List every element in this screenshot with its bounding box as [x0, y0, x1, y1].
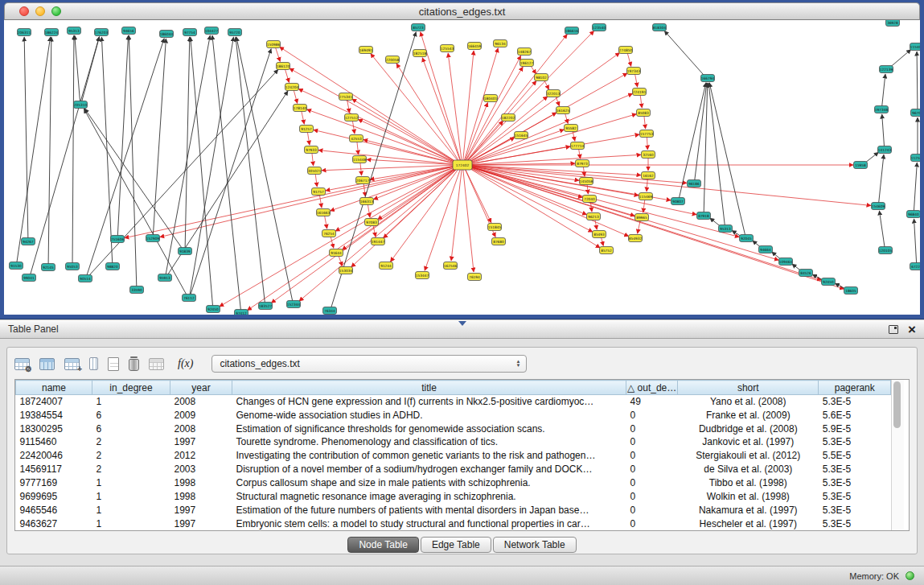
- table-cell[interactable]: 1997: [170, 435, 232, 449]
- float-panel-button[interactable]: [889, 325, 898, 334]
- graph-edge[interactable]: [643, 200, 645, 212]
- table-cell[interactable]: 5.3E-5: [819, 489, 891, 503]
- table-cell[interactable]: Estimation of significance thresholds fo…: [232, 422, 626, 435]
- graph-edge[interactable]: [627, 53, 631, 67]
- table-cell[interactable]: 1: [92, 395, 170, 409]
- new-column-icon[interactable]: [64, 358, 80, 370]
- table-cell[interactable]: 1: [92, 489, 170, 503]
- graph-edge[interactable]: [368, 204, 370, 217]
- table-cell[interactable]: 1998: [170, 476, 232, 490]
- graph-edge[interactable]: [390, 167, 459, 262]
- graph-edge[interactable]: [339, 256, 343, 266]
- graph-edge[interactable]: [709, 83, 745, 235]
- table-cell[interactable]: 19384554: [16, 408, 92, 422]
- table-cell[interactable]: Changes of HCN gene expression and I(f) …: [232, 395, 626, 409]
- import-table-icon[interactable]: [149, 358, 164, 370]
- table-cell[interactable]: 5.3E-5: [819, 395, 891, 409]
- column-header-name[interactable]: name: [16, 381, 92, 395]
- graph-edge[interactable]: [463, 51, 474, 162]
- graph-edge[interactable]: [466, 138, 515, 163]
- graph-edge[interactable]: [185, 37, 190, 248]
- graph-edge[interactable]: [153, 39, 166, 235]
- table-cell[interactable]: 6: [92, 408, 170, 422]
- table-row[interactable]: 969969511998Structural magnetic resonanc…: [16, 489, 891, 503]
- table-cell[interactable]: 0: [626, 503, 678, 517]
- graph-edge[interactable]: [88, 69, 278, 276]
- table-cell[interactable]: 9777169: [16, 476, 92, 490]
- graph-edge[interactable]: [325, 216, 327, 229]
- table-row[interactable]: 1872400712008Changes of HCN gene express…: [16, 395, 891, 409]
- graph-edge[interactable]: [82, 37, 100, 101]
- table-cell[interactable]: 9115460: [16, 435, 92, 449]
- graph-edge[interactable]: [190, 37, 233, 295]
- table-cell[interactable]: Yano et al. (2008): [678, 395, 819, 409]
- graph-edge[interactable]: [914, 219, 917, 263]
- delete-table-icon[interactable]: [129, 359, 139, 371]
- table-row[interactable]: 911546021997Tourette syndrome. Phenomeno…: [16, 435, 891, 449]
- graph-edge[interactable]: [396, 64, 460, 163]
- graph-edge[interactable]: [914, 163, 917, 211]
- table-row[interactable]: 1830029562008Estimation of significance …: [16, 422, 891, 435]
- graph-edge[interactable]: [890, 50, 911, 68]
- table-cell[interactable]: 0: [626, 476, 678, 490]
- network-canvas[interactable]: 2063111862249531317620394656186044977541…: [4, 20, 920, 315]
- table-cell[interactable]: 2003: [170, 463, 232, 476]
- graph-edge[interactable]: [467, 166, 696, 215]
- table-cell[interactable]: 1997: [170, 517, 232, 530]
- table-cell[interactable]: 5.3E-5: [819, 463, 891, 476]
- table-cell[interactable]: 49: [626, 395, 678, 409]
- graph-edge[interactable]: [314, 130, 458, 164]
- graph-edge[interactable]: [191, 49, 271, 295]
- graph-edge[interactable]: [331, 237, 334, 249]
- table-cell[interactable]: Investigating the contribution of common…: [232, 449, 626, 463]
- graph-edge[interactable]: [275, 47, 280, 62]
- table-cell[interactable]: Genome-wide association studies in ADHD.: [232, 408, 626, 422]
- table-cell[interactable]: Nakamura et al. (1997): [678, 503, 819, 517]
- table-cell[interactable]: 0: [626, 449, 678, 463]
- column-header-out_degree[interactable]: △ out_de…: [626, 381, 678, 395]
- graph-edge[interactable]: [647, 179, 647, 192]
- table-cell[interactable]: 0: [626, 489, 678, 503]
- column-header-title[interactable]: title: [232, 381, 626, 395]
- graph-edge[interactable]: [371, 54, 459, 163]
- graph-edge[interactable]: [72, 35, 74, 263]
- tab-network-table[interactable]: Network Table: [493, 537, 577, 553]
- graph-edge[interactable]: [75, 35, 80, 101]
- table-cell[interactable]: Dudbridge et al. (2008): [678, 422, 819, 435]
- graph-edge[interactable]: [465, 56, 521, 162]
- table-scrollbar-thumb[interactable]: [893, 381, 901, 428]
- table-cell[interactable]: 14569117: [16, 463, 92, 476]
- table-row[interactable]: 946554611997Estimation of the future num…: [16, 503, 891, 517]
- graph-edge[interactable]: [84, 109, 187, 295]
- graph-edge[interactable]: [302, 111, 305, 124]
- graph-edge[interactable]: [664, 31, 704, 76]
- graph-edge[interactable]: [318, 150, 458, 165]
- close-panel-button[interactable]: ×: [908, 323, 916, 336]
- table-cell[interactable]: 0: [626, 408, 678, 422]
- table-cell[interactable]: 22420046: [16, 449, 92, 463]
- graph-edge[interactable]: [647, 137, 647, 150]
- graph-edge[interactable]: [160, 166, 458, 237]
- panel-splitter-grip[interactable]: [458, 321, 466, 326]
- table-cell[interactable]: 9465546: [16, 503, 92, 517]
- show-columns-icon[interactable]: [39, 358, 55, 370]
- graph-edge[interactable]: [451, 168, 462, 261]
- graph-edge[interactable]: [166, 35, 210, 274]
- graph-edge[interactable]: [363, 183, 365, 196]
- graph-edge[interactable]: [644, 116, 646, 129]
- table-cell[interactable]: 2: [92, 463, 170, 476]
- table-cell[interactable]: 1997: [170, 503, 232, 517]
- graph-edge[interactable]: [467, 166, 844, 289]
- graph-edge[interactable]: [879, 211, 885, 247]
- table-row[interactable]: 1938455462009Genome-wide association stu…: [16, 408, 891, 422]
- table-cell[interactable]: 2012: [170, 449, 232, 463]
- table-cell[interactable]: 1: [92, 503, 170, 517]
- table-cell[interactable]: 1: [92, 517, 170, 530]
- graph-edge[interactable]: [298, 89, 458, 163]
- graph-edge[interactable]: [48, 37, 51, 264]
- table-cell[interactable]: 18300295: [16, 422, 92, 435]
- graph-edge[interactable]: [466, 73, 627, 163]
- table-cell[interactable]: 18724007: [16, 395, 92, 409]
- graph-edge[interactable]: [640, 95, 642, 108]
- table-row[interactable]: 1456911722003Disruption of a novel membe…: [16, 463, 891, 476]
